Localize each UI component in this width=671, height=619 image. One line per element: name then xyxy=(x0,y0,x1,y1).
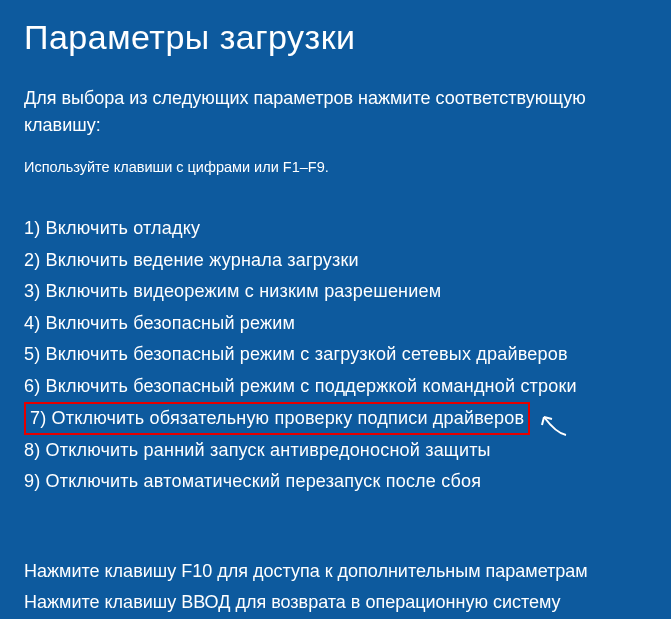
option-9[interactable]: 9) Отключить автоматический перезапуск п… xyxy=(24,466,647,498)
option-num: 3) xyxy=(24,281,40,301)
option-label: Включить отладку xyxy=(46,218,201,238)
option-num: 9) xyxy=(24,471,40,491)
option-label: Включить видеорежим с низким разрешением xyxy=(46,281,442,301)
option-num: 4) xyxy=(24,313,40,333)
option-6[interactable]: 6) Включить безопасный режим с поддержко… xyxy=(24,371,647,403)
option-num: 8) xyxy=(24,440,40,460)
option-5[interactable]: 5) Включить безопасный режим с загрузкой… xyxy=(24,339,647,371)
page-title: Параметры загрузки xyxy=(24,18,647,57)
option-label: Включить безопасный режим xyxy=(46,313,296,333)
option-label: Отключить автоматический перезапуск посл… xyxy=(46,471,482,491)
option-label: Включить безопасный режим с поддержкой к… xyxy=(46,376,577,396)
option-num: 6) xyxy=(24,376,40,396)
option-2[interactable]: 2) Включить ведение журнала загрузки xyxy=(24,245,647,277)
options-list: 1) Включить отладку 2) Включить ведение … xyxy=(24,213,647,498)
option-num: 1) xyxy=(24,218,40,238)
footer-enter: Нажмите клавишу ВВОД для возврата в опер… xyxy=(24,587,647,619)
option-num: 2) xyxy=(24,250,40,270)
option-4[interactable]: 4) Включить безопасный режим xyxy=(24,308,647,340)
option-label: Отключить ранний запуск антивредоносной … xyxy=(46,440,491,460)
option-7-highlighted[interactable]: 7) Отключить обязательную проверку подпи… xyxy=(24,402,530,435)
instruction-text: Для выбора из следующих параметров нажми… xyxy=(24,85,647,139)
option-8[interactable]: 8) Отключить ранний запуск антивредоносн… xyxy=(24,435,647,467)
option-num: 5) xyxy=(24,344,40,364)
option-1[interactable]: 1) Включить отладку xyxy=(24,213,647,245)
option-label: Включить ведение журнала загрузки xyxy=(46,250,359,270)
footer-f10: Нажмите клавишу F10 для доступа к дополн… xyxy=(24,556,647,588)
option-label: Включить безопасный режим с загрузкой се… xyxy=(46,344,568,364)
hint-text: Используйте клавиши с цифрами или F1–F9. xyxy=(24,159,647,175)
option-num: 7) xyxy=(30,408,46,428)
option-3[interactable]: 3) Включить видеорежим с низким разрешен… xyxy=(24,276,647,308)
option-label: Отключить обязательную проверку подписи … xyxy=(52,408,525,428)
